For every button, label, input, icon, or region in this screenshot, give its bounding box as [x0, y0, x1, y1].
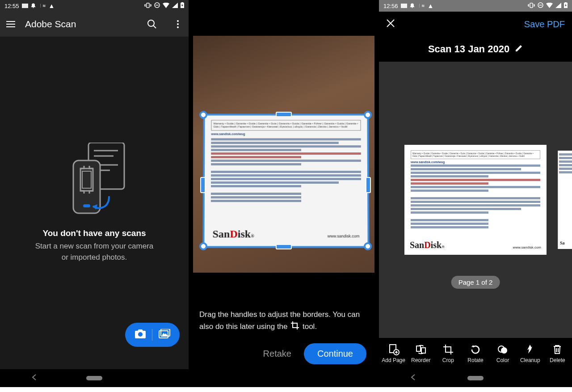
tool-reorder[interactable]: Reorder [407, 344, 434, 363]
crop-edge-left[interactable] [200, 177, 206, 193]
brand-logo: SanDisk® [213, 228, 254, 240]
scan-page-2-peek[interactable]: Sa [558, 151, 572, 249]
screen-home: 12:55 ⋮≋ ▲ [0, 0, 189, 387]
signal-icon [555, 3, 561, 9]
close-button[interactable] [386, 19, 395, 30]
app-bar: Adobe Scan [0, 12, 189, 37]
svg-point-9 [177, 26, 179, 28]
scan-fab[interactable] [125, 323, 180, 347]
brand-url: www.sandisk.com [328, 234, 360, 239]
svg-rect-4 [181, 2, 183, 3]
crop-handle-tl[interactable] [199, 111, 207, 119]
signal-icon [172, 3, 178, 9]
nav-home-pill[interactable] [86, 376, 102, 380]
doc-warranty-box: Warranty • Guide | Garantie • Guide | Ga… [211, 120, 361, 131]
bell-icon [410, 3, 415, 9]
crop-actions: Retake Continue [189, 333, 379, 377]
wifi-icon [163, 3, 169, 9]
wifi-alt-icon: ⋮≋ [38, 4, 46, 8]
crop-handle-bl[interactable] [199, 242, 207, 250]
status-bar: 12:56 ⋮≋ ▲ [379, 0, 572, 12]
nav-home-pill[interactable] [467, 376, 484, 380]
nav-bar [0, 369, 189, 387]
nav-back-button[interactable] [410, 374, 416, 382]
svg-point-8 [177, 23, 179, 25]
page-indicator: Page 1 of 2 [451, 276, 500, 289]
gallery-icon[interactable] [159, 329, 170, 341]
svg-rect-18 [83, 204, 90, 207]
brand-logo: SanDisk® [410, 240, 445, 250]
save-pdf-button[interactable]: Save PDF [524, 19, 565, 30]
svg-rect-22 [530, 3, 533, 8]
svg-point-7 [177, 20, 179, 22]
warning-icon: ▲ [49, 2, 55, 9]
tool-crop[interactable]: Crop [434, 344, 462, 363]
crop-edge-top[interactable] [276, 112, 292, 117]
crop-canvas[interactable]: Warranty • Guide | Garantie • Guide | Ga… [193, 36, 374, 273]
tool-color[interactable]: Color [489, 344, 517, 363]
status-bar: 12:55 ⋮≋ ▲ [0, 0, 189, 12]
dnd-icon [154, 2, 160, 9]
retake-button[interactable]: Retake [263, 349, 291, 359]
svg-point-5 [148, 20, 154, 26]
battery-icon [564, 2, 568, 9]
warning-icon: ▲ [428, 2, 434, 9]
empty-title: You don't have any scans [42, 228, 146, 238]
wifi-icon [546, 3, 553, 9]
camera-icon[interactable] [135, 329, 146, 341]
brand-url: www.sandisk.com [513, 245, 541, 249]
svg-rect-30 [421, 348, 425, 353]
wifi-alt-icon: ⋮≋ [417, 4, 425, 8]
tool-delete[interactable]: Delete [544, 344, 571, 363]
crop-help-text: Drag the handles to adjust the borders. … [189, 308, 379, 333]
battery-icon [181, 2, 184, 9]
crop-icon [290, 321, 299, 333]
crop-edge-right[interactable] [366, 177, 371, 193]
tool-add-page[interactable]: Add Page [380, 344, 407, 363]
empty-state: You don't have any scans Start a new sca… [0, 37, 189, 369]
svg-line-6 [153, 25, 156, 28]
empty-illustration [61, 143, 128, 220]
status-time: 12:55 [4, 3, 19, 9]
svg-rect-26 [565, 2, 567, 3]
fab-divider [152, 329, 152, 341]
app-title: Adobe Scan [25, 19, 138, 30]
crop-edge-bottom[interactable] [276, 244, 292, 249]
scanned-document: Warranty • Guide | Garantie • Guide | Ga… [202, 114, 369, 248]
svg-rect-29 [416, 346, 421, 351]
screen-review: 12:56 ⋮≋ ▲ [379, 0, 572, 387]
nav-back-button[interactable] [31, 374, 38, 382]
crop-handle-tr[interactable] [364, 111, 372, 119]
doc-wug-url: www.sandisk.com/wug [411, 160, 540, 164]
mail-icon [401, 3, 407, 9]
status-time: 12:56 [383, 3, 398, 9]
vibrate-icon [528, 3, 535, 9]
edit-title-button[interactable] [515, 43, 523, 55]
crop-body: Warranty • Guide | Garantie • Guide | Ga… [189, 0, 379, 387]
scan-title: Scan 13 Jan 2020 [428, 43, 509, 55]
doc-text-lines [211, 138, 361, 202]
continue-button[interactable]: Continue [304, 343, 366, 364]
bell-icon [31, 3, 36, 9]
search-button[interactable] [147, 19, 157, 30]
tool-bar: Add Page Reorder Crop Rotate Color Clean… [379, 338, 572, 369]
screen-crop: Warranty • Guide | Garantie • Guide | Ga… [189, 0, 379, 387]
doc-text-lines [411, 164, 540, 228]
tool-rotate[interactable]: Rotate [462, 344, 489, 363]
more-button[interactable] [172, 19, 183, 30]
empty-subtitle: Start a new scan from your camera or imp… [35, 241, 154, 263]
crop-handle-br[interactable] [364, 242, 372, 250]
svg-point-19 [138, 332, 143, 337]
menu-button[interactable] [5, 19, 16, 30]
mail-icon [22, 3, 28, 9]
scan-page-1[interactable]: Warranty • Guide | Garantie • Guide | Ga… [404, 145, 547, 255]
dnd-icon [538, 2, 543, 9]
nav-bar [379, 369, 572, 387]
svg-rect-0 [147, 3, 149, 8]
doc-warranty-box: Warranty • Guide | Garantie • Guide | Ga… [411, 150, 540, 159]
review-body[interactable]: Warranty • Guide | Garantie • Guide | Ga… [379, 62, 572, 338]
doc-wug-url: www.sandisk.com/wug [211, 133, 361, 136]
scan-title-bar: Scan 13 Jan 2020 [379, 37, 572, 62]
tool-cleanup[interactable]: Cleanup [517, 344, 544, 363]
svg-point-32 [501, 347, 507, 354]
